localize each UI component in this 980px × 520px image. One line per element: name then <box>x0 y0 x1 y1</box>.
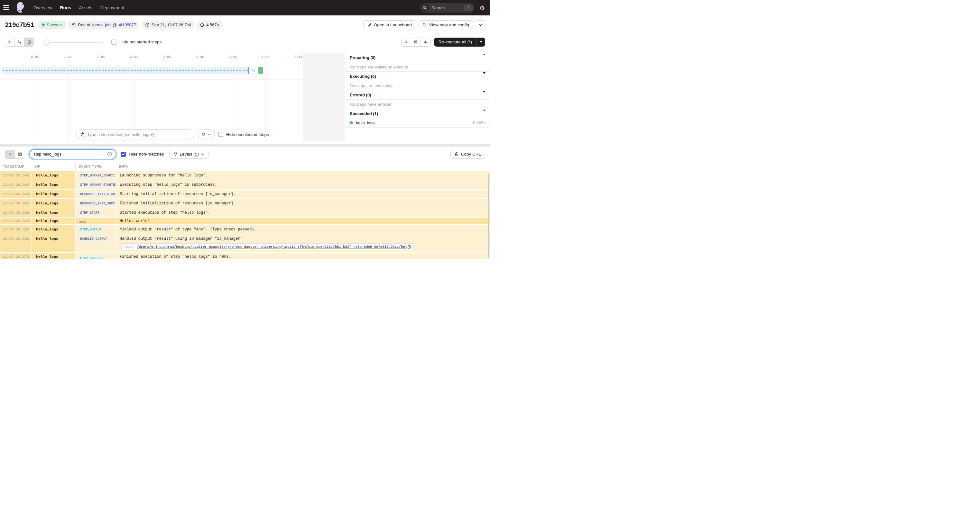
succeeded-step-row[interactable]: hello_logs 0.065s <box>345 118 490 128</box>
col-event-type: EVENT TYPE <box>76 162 116 171</box>
gantt-chart[interactable] <box>0 61 345 141</box>
nav-item-overview[interactable]: Overview <box>33 5 52 10</box>
hide-non-matches-checkbox[interactable] <box>121 152 126 157</box>
executing-empty-text: No steps are executing <box>345 81 490 90</box>
chevron-down-icon <box>479 23 482 27</box>
caret-down-icon[interactable] <box>483 111 485 116</box>
nav-item-runs[interactable]: Runs <box>60 5 71 10</box>
log-timestamp: 12:07:30.562 <box>0 234 32 252</box>
log-op: hello_logs <box>32 190 76 198</box>
job-link[interactable]: demo_job <box>92 22 111 27</box>
log-event-type: STEP_WORKER_STARTI… <box>76 171 116 180</box>
axis-tick: 1.5s <box>97 55 105 59</box>
clipboard-icon <box>455 152 459 156</box>
zoom-slider-track <box>44 42 102 43</box>
hide-not-started-row: Hide not started steps <box>111 40 162 45</box>
col-info: INFO <box>116 162 490 171</box>
section-executing[interactable]: Executing (0) <box>345 72 490 81</box>
log-toolbar: Hide non-matches Levels (5) Copy URL <box>0 147 490 162</box>
log-event-type: HANDLED_OUTPUT <box>76 234 116 252</box>
reexecute-all-button: Re-execute all (*) <box>434 38 485 47</box>
nav-item-assets[interactable]: Assets <box>79 5 92 10</box>
clear-filter-icon[interactable] <box>107 152 112 157</box>
search-shortcut-badge: / <box>464 5 473 11</box>
collapse-rows-icon[interactable] <box>401 38 411 46</box>
expand-rows-icon[interactable] <box>420 38 430 46</box>
flat-view-icon[interactable] <box>5 38 14 46</box>
caret-down-icon[interactable] <box>483 55 485 60</box>
search-input[interactable]: Search... / <box>420 3 474 13</box>
tag-icon <box>423 23 427 27</box>
log-timestamp: 12:07:30.364 <box>0 180 32 189</box>
zoom-slider[interactable] <box>44 38 102 47</box>
log-rows: 12:07:26.643 hello_logs STEP_WORKER_STAR… <box>0 171 490 260</box>
log-row[interactable]: 12:07:30.562 hello_logs HANDLED_OUTPUT H… <box>0 234 490 252</box>
log-row[interactable]: 12:07:30.508 hello_logs STEP_START Start… <box>0 208 490 217</box>
levels-filter-button[interactable]: Levels (5) <box>169 150 208 159</box>
open-in-launchpad-button[interactable]: Open in Launchpad <box>363 20 416 29</box>
log-filter-input[interactable] <box>33 152 107 157</box>
log-vertical-scrollbar[interactable] <box>488 174 489 258</box>
output-path-link[interactable]: /Users/erincochran/Desktop/dagster-examp… <box>134 245 407 249</box>
caret-down-icon[interactable] <box>483 93 485 97</box>
graph-query-toggle-button[interactable] <box>197 130 215 139</box>
log-info: Finished initialization of resources [io… <box>116 199 490 208</box>
errored-empty-text: No steps have errored <box>345 100 490 109</box>
gantt-view-toggle <box>5 38 34 47</box>
step-marker-dot[interactable] <box>252 69 255 72</box>
log-row[interactable]: 12:07:26.643 hello_logs STEP_WORKER_STAR… <box>0 171 490 180</box>
status-dot-icon <box>42 24 45 26</box>
step-subset-row: Type a step subset (ex: hello_logs+) Hid… <box>76 130 269 139</box>
nav-item-deployment[interactable]: Deployment <box>100 5 124 10</box>
log-info: Hello, world! <box>116 217 490 224</box>
default-rows-icon[interactable] <box>411 38 420 46</box>
log-info: Starting initialization of resources [io… <box>116 190 490 198</box>
run-more-actions-button[interactable] <box>476 20 485 29</box>
search-placeholder: Search... <box>431 5 448 10</box>
section-title: Succeeded (1) <box>350 111 378 116</box>
log-event-type: STEP_WORKER_STARTED <box>76 180 116 189</box>
pencil-icon <box>368 23 372 27</box>
log-row[interactable]: 12:07:30.535 hello_logs STEP_OUTPUT Yiel… <box>0 225 490 234</box>
stream-view-icon[interactable] <box>5 150 15 159</box>
log-row[interactable]: 12:07:30.364 hello_logs STEP_WORKER_STAR… <box>0 180 490 189</box>
log-event-type: RESOURCE_INIT_STAR… <box>76 190 116 198</box>
step-subset-placeholder: Type a step subset (ex: hello_logs+) <box>87 132 154 137</box>
log-event-type: STEP_SUCCESS <box>76 253 116 259</box>
hide-non-matches-row: Hide non-matches <box>121 152 164 157</box>
zoom-slider-handle[interactable] <box>44 40 49 45</box>
section-succeeded[interactable]: Succeeded (1) <box>345 109 490 118</box>
menu-icon[interactable] <box>0 0 12 16</box>
hide-not-started-checkbox[interactable] <box>111 40 116 45</box>
step-duration: 0.065s <box>473 120 485 125</box>
log-row[interactable]: 12:07:30.424 hello_logs RESOURCE_INIT_ST… <box>0 190 490 198</box>
section-errored[interactable]: Errored (0) <box>345 90 490 100</box>
structured-view-icon[interactable] <box>15 150 25 159</box>
dagster-logo-icon[interactable] <box>14 1 26 14</box>
log-timestamp: 12:07:30.535 <box>0 225 32 234</box>
log-row[interactable]: 12:07:30.437 hello_logs RESOURCE_INIT_SU… <box>0 199 490 208</box>
log-op: hello_logs <box>32 180 76 189</box>
copy-path-icon[interactable] <box>407 245 411 249</box>
log-row[interactable]: 12:07:30.573 hello_logs STEP_SUCCESS Fin… <box>0 253 490 259</box>
reexecute-options-button[interactable] <box>477 38 485 47</box>
log-timestamp: 12:07:30.573 <box>0 253 32 259</box>
step-bar-hello-logs[interactable] <box>258 67 263 74</box>
view-tags-config-button[interactable]: View tags and config <box>418 20 473 29</box>
waterfall-view-icon[interactable] <box>14 38 24 46</box>
output-path-box: path /Users/erincochran/Desktop/dagster-… <box>122 243 414 250</box>
hide-unselected-checkbox[interactable] <box>218 132 223 137</box>
axis-tick: 3.0s <box>196 55 204 59</box>
gear-icon[interactable]: ⚙ <box>479 5 485 11</box>
copy-url-button[interactable]: Copy URL <box>450 150 485 159</box>
section-preparing[interactable]: Preparing (0) <box>345 53 490 62</box>
commit-link[interactable]: 4f105077 <box>119 22 136 27</box>
layers-icon <box>201 132 205 136</box>
reexecute-all-main[interactable]: Re-execute all (*) <box>434 38 476 47</box>
caret-down-icon[interactable] <box>483 74 485 79</box>
timing-view-icon[interactable] <box>24 38 34 46</box>
step-subset-input[interactable]: Type a step subset (ex: hello_logs+) <box>76 130 194 139</box>
log-op: hello_logs <box>32 171 76 180</box>
step-name: hello_logs <box>356 120 375 125</box>
log-row[interactable]: 12:07:30.524 hello_logs INFO Hello, worl… <box>0 217 490 224</box>
